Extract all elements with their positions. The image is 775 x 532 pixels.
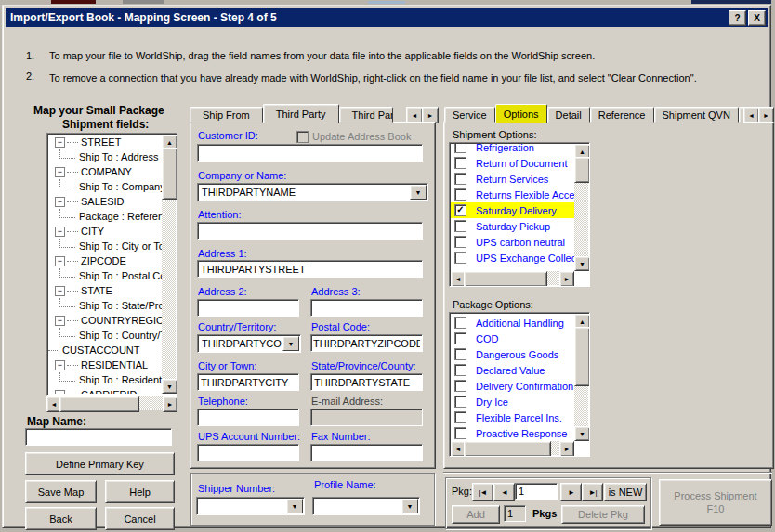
tree-vscroll-thumb[interactable]: [162, 148, 177, 200]
tree-vscrollbar[interactable]: ▲ ▼: [162, 135, 176, 394]
tree-collapse-icon[interactable]: −: [55, 316, 65, 326]
tree-field-row[interactable]: − SALESID: [48, 194, 162, 209]
field-tree[interactable]: − STREET Ship To : Address 1 − COMPANY S…: [46, 133, 177, 396]
company-or-name-combo[interactable]: THIRDPARTYNAME ▼: [197, 183, 428, 201]
tree-mapping-row[interactable]: Ship To : Residential: [48, 372, 162, 387]
package-option-row[interactable]: ✓ Dry Ice: [451, 394, 574, 409]
customer-id-input[interactable]: [197, 144, 423, 162]
tree-mapping-row[interactable]: Ship To : Postal Code: [48, 268, 162, 283]
pkg-next-button[interactable]: ►: [560, 483, 582, 501]
tree-field-row[interactable]: − CARRIERID: [48, 387, 162, 394]
address2-input[interactable]: [197, 299, 299, 317]
options-tab[interactable]: Options: [495, 104, 547, 123]
options-tab[interactable]: Service: [444, 107, 495, 123]
option-checkbox[interactable]: ✓: [454, 427, 466, 439]
shipment-option-row[interactable]: ✓ Saturday Pickup: [451, 218, 574, 234]
package-options-vscrollbar[interactable]: ▲ ▼: [574, 314, 588, 441]
package-options-list[interactable]: ✓ Additional Handling ✓ COD ✓ Dangerous …: [449, 312, 590, 457]
save-map-button[interactable]: Save Map: [25, 480, 97, 503]
tree-collapse-icon[interactable]: −: [55, 197, 65, 207]
dropdown-arrow-icon[interactable]: ▼: [410, 185, 427, 200]
scroll-right-icon[interactable]: ►: [163, 396, 177, 412]
address1-input[interactable]: [197, 260, 423, 278]
option-checkbox[interactable]: ✓: [454, 236, 466, 248]
scroll-down-icon[interactable]: ▼: [162, 379, 177, 394]
package-options-vthumb[interactable]: [574, 327, 590, 386]
tree-collapse-icon[interactable]: −: [55, 167, 65, 177]
telephone-input[interactable]: [197, 409, 299, 426]
shipment-option-row[interactable]: ✓ Return Services: [451, 171, 574, 187]
options-tab[interactable]: Reference: [590, 107, 654, 123]
tree-field-row[interactable]: − CITY: [48, 224, 162, 239]
country-territory-combo[interactable]: THIRDPARTYCOU ▼: [197, 334, 301, 353]
option-checkbox[interactable]: ✓: [454, 396, 466, 408]
help-button-left[interactable]: Help: [105, 480, 175, 503]
fax-number-input[interactable]: [310, 444, 423, 461]
package-option-row[interactable]: ✓ Delivery Confirmation: [451, 378, 574, 394]
tree-collapse-icon[interactable]: −: [55, 137, 65, 148]
tree-mapping-row[interactable]: Ship To : City or Town: [48, 239, 162, 253]
scroll-down-icon[interactable]: ▼: [574, 256, 590, 271]
option-checkbox[interactable]: ✓: [454, 220, 466, 232]
shipment-option-row[interactable]: ✓ Refrigeration: [451, 144, 574, 155]
shipment-options-hthumb[interactable]: [464, 271, 547, 287]
shipment-options-hscrollbar[interactable]: ◄ ►: [451, 271, 574, 285]
back-button[interactable]: Back: [25, 507, 97, 530]
option-checkbox[interactable]: ✓: [454, 252, 466, 264]
address-tab[interactable]: Ship From: [190, 107, 263, 123]
scroll-down-icon[interactable]: ▼: [574, 426, 590, 441]
map-name-input[interactable]: [25, 428, 172, 446]
pkg-number-input[interactable]: [515, 483, 558, 500]
tree-field-row[interactable]: − CUSTACCOUNT: [48, 343, 162, 357]
pkg-prev-button[interactable]: ◄: [493, 483, 515, 501]
pkg-first-button[interactable]: |◄: [472, 483, 493, 501]
scroll-right-icon[interactable]: ►: [559, 271, 574, 287]
option-checkbox[interactable]: ✓: [454, 380, 466, 392]
define-primary-key-button[interactable]: Define Primary Key: [25, 452, 175, 475]
option-checkbox[interactable]: ✓: [454, 188, 466, 201]
tree-collapse-icon[interactable]: −: [55, 227, 65, 237]
options-tab[interactable]: Detail: [547, 107, 590, 123]
address-tab[interactable]: Third Party: [339, 107, 393, 123]
tree-mapping-row[interactable]: Package : Reference: [48, 209, 162, 224]
package-option-row[interactable]: ✓ Dangerous Goods: [451, 346, 574, 362]
option-checkbox[interactable]: ✓: [454, 332, 466, 344]
postal-code-input[interactable]: [310, 334, 423, 352]
package-options-hscrollbar[interactable]: ◄ ►: [451, 441, 574, 455]
state-province-input[interactable]: [310, 373, 423, 391]
tree-mapping-row[interactable]: Ship To : Country/Te: [48, 328, 162, 343]
tree-field-row[interactable]: − STATE: [48, 283, 162, 298]
package-option-row[interactable]: ✓ COD: [451, 331, 574, 346]
package-option-row[interactable]: ✓ Proactive Response: [451, 425, 574, 441]
shipment-options-vscrollbar[interactable]: ▲ ▼: [574, 144, 588, 271]
tree-mapping-row[interactable]: Ship To : Address 1: [48, 149, 162, 164]
shipment-option-row[interactable]: ✓ Saturday Delivery: [451, 202, 574, 218]
tree-hscrollbar[interactable]: ◄ ►: [46, 396, 177, 410]
tree-field-row[interactable]: − STREET: [48, 135, 162, 149]
tree-collapse-icon[interactable]: −: [55, 390, 65, 395]
close-button[interactable]: X: [748, 10, 766, 26]
option-checkbox[interactable]: ✓: [454, 364, 466, 376]
address3-input[interactable]: [310, 299, 423, 317]
tree-collapse-icon[interactable]: −: [55, 256, 65, 266]
option-checkbox[interactable]: ✓: [454, 348, 466, 360]
shipment-option-row[interactable]: ✓ Return of Document: [451, 155, 574, 171]
option-checkbox[interactable]: ✓: [454, 157, 466, 169]
dropdown-arrow-icon[interactable]: ▼: [282, 336, 299, 351]
package-options-hthumb[interactable]: [464, 441, 551, 457]
options-tab[interactable]: Shipment QVN: [654, 107, 739, 123]
shipment-options-vthumb[interactable]: [574, 157, 590, 183]
option-checkbox[interactable]: ✓: [454, 144, 466, 153]
ups-account-number-input[interactable]: [197, 444, 299, 461]
shipper-number-combo[interactable]: ▼: [196, 497, 305, 515]
cancel-button[interactable]: Cancel: [105, 507, 175, 530]
option-checkbox[interactable]: ✓: [454, 204, 466, 216]
package-option-row[interactable]: ✓ Flexible Parcel Ins.: [451, 409, 574, 425]
option-checkbox[interactable]: ✓: [454, 317, 466, 329]
profile-name-combo[interactable]: ▼: [312, 497, 420, 515]
tree-collapse-icon[interactable]: −: [55, 360, 65, 370]
address-tab[interactable]: Third Party: [263, 104, 339, 123]
tree-mapping-row[interactable]: Ship To : State/Provi: [48, 298, 162, 313]
shipment-option-row[interactable]: ✓ UPS carbon neutral: [451, 234, 574, 250]
scroll-right-icon[interactable]: ►: [559, 441, 574, 457]
